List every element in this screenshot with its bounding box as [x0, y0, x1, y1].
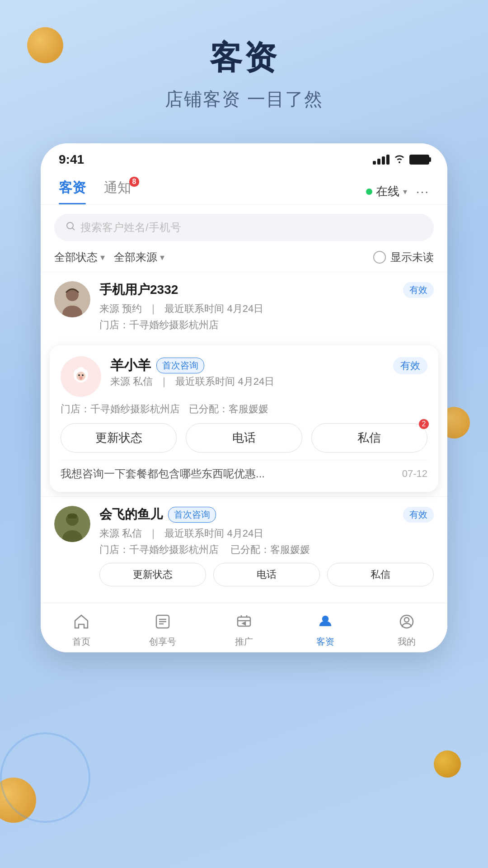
wifi-icon [393, 153, 406, 166]
sheep-avatar [61, 356, 101, 397]
private-msg-button-2[interactable]: 私信 [327, 563, 434, 586]
expanded-store-row: 门店：千寻婚纱摄影杭州店 已分配：客服媛媛 [61, 402, 427, 416]
page-title: 客资 [0, 36, 488, 80]
svg-rect-18 [68, 514, 77, 519]
nav-right: 在线 ▾ ··· [366, 184, 429, 199]
message-time: 07-12 [402, 468, 427, 480]
deco-ball-top-left [27, 27, 63, 63]
customer-tag-2: 有效 [403, 507, 434, 523]
phone-button-2[interactable]: 电话 [213, 563, 320, 586]
search-icon [65, 221, 76, 234]
status-filter-chevron: ▾ [100, 252, 105, 263]
online-status[interactable]: 在线 ▾ [366, 184, 407, 199]
first-consult-tag: 首次咨询 [156, 358, 204, 373]
svg-point-12 [82, 374, 84, 376]
action-buttons-2: 更新状态 电话 私信 [99, 563, 434, 586]
message-preview: 我想咨询一下套餐都包含哪些东西呢优惠... 07-12 [61, 460, 427, 481]
deco-ball-bottom-right [434, 750, 461, 778]
bottom-nav-mine[interactable]: 我的 [366, 610, 447, 648]
online-dot [366, 189, 372, 195]
private-msg-badge: 2 [419, 419, 429, 429]
source-filter-chevron: ▾ [160, 252, 164, 263]
message-text: 我想咨询一下套餐都包含哪些东西呢优惠... [61, 467, 393, 481]
update-status-button-2[interactable]: 更新状态 [99, 563, 206, 586]
bottom-nav-tuiguang[interactable]: 推广 [203, 610, 285, 648]
tab-keizi[interactable]: 客资 [59, 179, 86, 204]
customer-name-2: 会飞的鱼儿 [99, 506, 163, 523]
valid-tag: 有效 [393, 357, 427, 374]
svg-rect-23 [238, 617, 250, 626]
private-msg-button[interactable]: 私信 2 [311, 423, 427, 453]
keizi-icon [314, 610, 337, 633]
customer-tag-1: 有效 [403, 282, 434, 298]
customer-item-2[interactable]: 会飞的鱼儿 首次咨询 有效 来源 私信 ｜ 最近联系时间 4月24日 门店：千寻… [41, 496, 447, 603]
customer-info-2: 会飞的鱼儿 首次咨询 有效 来源 私信 ｜ 最近联系时间 4月24日 门店：千寻… [99, 506, 434, 594]
svg-line-1 [73, 228, 75, 231]
svg-point-24 [323, 616, 328, 622]
show-unread-toggle[interactable]: 显示未读 [373, 250, 434, 264]
keizi-label: 客资 [316, 636, 334, 648]
svg-point-26 [404, 618, 409, 622]
phone-mockup: 9:41 客资 通知 8 [41, 143, 447, 652]
customer-info-1: 手机用户2332 有效 来源 预约 ｜ 最近联系时间 4月24日 门店：千寻婚纱… [99, 281, 434, 332]
expanded-name-row: 羊小羊 首次咨询 有效 [110, 356, 427, 375]
avatar-2 [54, 506, 90, 542]
chuangxiang-icon [151, 610, 174, 633]
page-header: 客资 店铺客资 一目了然 [0, 0, 488, 125]
filter-row: 全部状态 ▾ 全部来源 ▾ 显示未读 [41, 250, 447, 272]
status-filter[interactable]: 全部状态 ▾ [54, 250, 105, 264]
bottom-nav-chuangxiang[interactable]: 创享号 [122, 610, 203, 648]
battery-icon [409, 155, 429, 165]
search-placeholder: 搜索客户姓名/手机号 [80, 220, 181, 235]
avatar-1 [54, 281, 90, 317]
customer-name-1: 手机用户2332 [99, 281, 178, 298]
home-icon [70, 610, 93, 633]
home-label: 首页 [72, 636, 90, 648]
customer-store-1: 门店：千寻婚纱摄影杭州店 [99, 318, 434, 332]
signal-icon [373, 155, 389, 165]
search-bar[interactable]: 搜索客户姓名/手机号 [54, 214, 434, 241]
bottom-nav-home[interactable]: 首页 [41, 610, 122, 648]
mine-label: 我的 [398, 636, 416, 648]
status-time: 9:41 [59, 152, 84, 167]
tuiguang-icon [233, 610, 255, 633]
update-status-button[interactable]: 更新状态 [61, 423, 177, 453]
tuiguang-label: 推广 [235, 636, 253, 648]
bottom-nav: 首页 创享号 推广 [41, 603, 447, 652]
expanded-meta: 来源 私信 ｜ 最近联系时间 4月24日 [110, 375, 427, 388]
status-icons [373, 153, 429, 166]
action-buttons: 更新状态 电话 私信 2 [61, 423, 427, 453]
source-filter[interactable]: 全部来源 ▾ [114, 250, 164, 264]
chuangxiang-label: 创享号 [149, 636, 176, 648]
customer-store-2: 门店：千寻婚纱摄影杭州店 已分配：客服媛媛 [99, 543, 434, 557]
customer-meta-1: 来源 预约 ｜ 最近联系时间 4月24日 [99, 302, 434, 316]
customer-item-1[interactable]: 手机用户2332 有效 来源 预约 ｜ 最近联系时间 4月24日 门店：千寻婚纱… [41, 272, 447, 341]
phone-button[interactable]: 电话 [186, 423, 302, 453]
page-subtitle: 店铺客资 一目了然 [0, 87, 488, 112]
svg-point-11 [78, 374, 80, 376]
expanded-header: 羊小羊 首次咨询 有效 来源 私信 ｜ 最近联系时间 4月24日 [61, 356, 427, 397]
blue-curve-decoration [0, 732, 90, 823]
unread-circle-icon [373, 251, 386, 264]
first-consult-tag-2: 首次咨询 [168, 507, 216, 523]
status-bar: 9:41 [41, 143, 447, 171]
expanded-card-yangxiaoyang[interactable]: 羊小羊 首次咨询 有效 来源 私信 ｜ 最近联系时间 4月24日 门店：千寻婚纱… [50, 345, 438, 492]
svg-point-14 [80, 377, 82, 380]
mine-icon [395, 610, 418, 633]
customer-meta-2: 来源 私信 ｜ 最近联系时间 4月24日 [99, 527, 434, 540]
svg-point-0 [67, 222, 73, 229]
app-nav: 客资 通知 8 在线 ▾ ··· [41, 171, 447, 205]
tab-notice[interactable]: 通知 8 [104, 179, 131, 204]
more-button[interactable]: ··· [416, 184, 429, 199]
bottom-nav-keizi[interactable]: 客资 [285, 610, 366, 648]
notice-badge: 8 [129, 177, 139, 187]
expanded-customer-name: 羊小羊 [110, 356, 151, 375]
